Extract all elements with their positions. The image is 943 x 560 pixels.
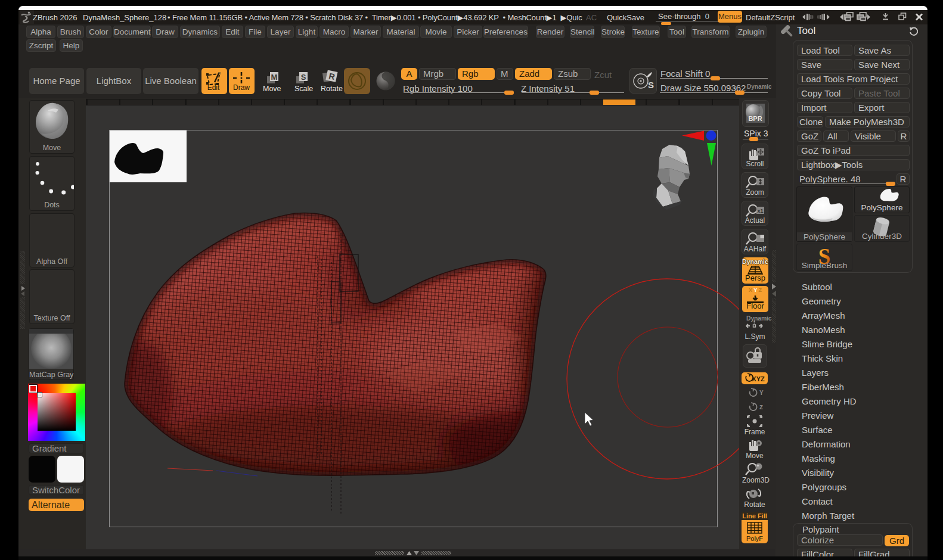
svg-text:S: S (301, 73, 306, 82)
svg-text:Z: Z (759, 405, 763, 411)
svg-text:Y: Y (759, 390, 764, 396)
svg-text:M: M (271, 73, 278, 82)
svg-text:S: S (648, 80, 654, 90)
svg-text:BPR: BPR (748, 115, 762, 122)
svg-text:x1: x1 (757, 208, 763, 214)
svg-text:Edit: Edit (207, 83, 220, 92)
svg-text:XYZ: XYZ (752, 375, 765, 382)
svg-text:Draw: Draw (233, 83, 250, 92)
